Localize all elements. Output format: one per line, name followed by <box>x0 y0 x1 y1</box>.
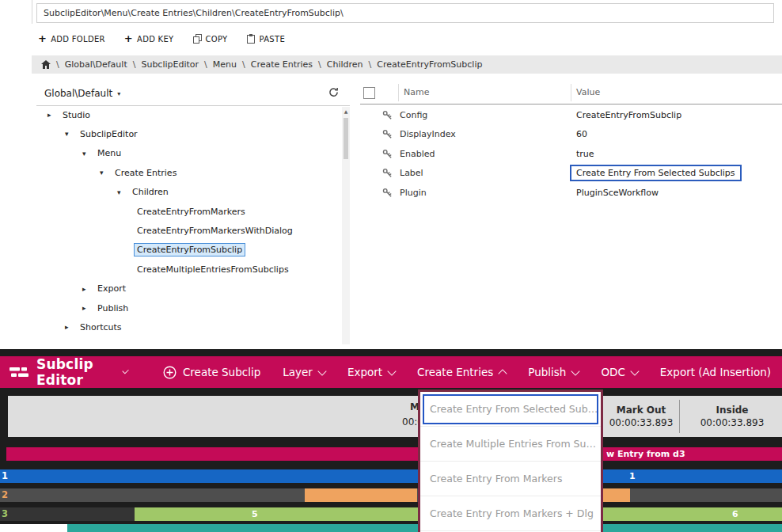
timeline-ruler[interactable]: w Entry from d3 <box>6 447 782 461</box>
menu-create-entries[interactable]: Create Entries <box>406 356 517 388</box>
app-menubar: Subclip Editor Create SubclipLayerExport… <box>0 356 782 388</box>
tree-item-label: CreateEntryFromMarkers <box>135 206 248 218</box>
tree-root-selector[interactable]: Global\Default <box>44 88 112 99</box>
breadcrumb-separator: \ <box>204 59 207 70</box>
tree-collapsed-icon[interactable]: ▸ <box>65 323 78 331</box>
row-name: Enabled <box>400 149 435 159</box>
tree-item-menu[interactable]: ▾Menu <box>36 146 123 162</box>
tree-scrollbar[interactable] <box>342 107 350 344</box>
table-row-enabled[interactable]: Enabledtrue <box>360 146 782 163</box>
timecode-divider <box>679 400 680 433</box>
segment-label: 6 <box>732 507 738 521</box>
column-header-value[interactable]: Value <box>576 87 600 97</box>
tree-item-createentryfromsubclip[interactable]: CreateEntryFromSubclip <box>36 242 245 258</box>
clip-segment[interactable] <box>603 488 630 502</box>
timeline-gap <box>0 524 67 532</box>
clip-segment[interactable] <box>305 488 417 502</box>
app-logo-icon[interactable] <box>9 366 28 378</box>
dropdown-item-create-multiple-entries-from-su[interactable]: Create Multiple Entries From Su… <box>420 427 601 462</box>
column-header-name[interactable]: Name <box>404 87 429 97</box>
clip-segment[interactable] <box>603 507 782 521</box>
timeline-track-2: 2 <box>0 488 782 502</box>
clip-segment[interactable] <box>0 469 782 483</box>
key-icon <box>382 149 393 159</box>
menu-label: Export <box>347 366 382 378</box>
button-label: ADD FOLDER <box>51 35 105 44</box>
key-icon <box>382 110 393 120</box>
table-row-plugin[interactable]: PluginPluginSceWorkflow <box>360 184 782 202</box>
timecode-mark-out: Mark Out00:00:33.893 <box>603 396 679 437</box>
breadcrumb-segment-global-default[interactable]: Global\Default <box>65 59 127 70</box>
row-value[interactable]: Create Entry From Selected Subclips <box>570 165 742 181</box>
menu-layer[interactable]: Layer <box>271 356 336 388</box>
tree-expanded-icon[interactable]: ▾ <box>100 169 112 177</box>
tree-item-studio[interactable]: ▸Studio <box>36 107 93 123</box>
table-row-config[interactable]: ConfigCreateEntryFromSubclip <box>360 107 782 124</box>
path-input[interactable] <box>36 3 774 23</box>
tree-item-children[interactable]: ▾Children <box>36 184 171 200</box>
menu-export[interactable]: Export <box>336 356 406 388</box>
breadcrumb-segment-children[interactable]: Children <box>327 59 363 70</box>
menu-label: Export (Ad Insertion) <box>660 366 771 378</box>
tree-item-label: Publish <box>95 302 131 314</box>
chevron-down-icon <box>317 367 326 375</box>
chevron-down-icon[interactable] <box>117 90 120 97</box>
key-icon <box>382 129 393 139</box>
tree-collapsed-icon[interactable]: ▸ <box>47 111 60 119</box>
paste-icon <box>247 34 256 44</box>
menu-export-ad-insertion[interactable]: Export (Ad Insertion) <box>649 356 782 388</box>
row-value[interactable]: true <box>576 149 594 159</box>
plus-icon: + <box>38 35 47 43</box>
menu-create-subclip[interactable]: Create Subclip <box>152 356 271 388</box>
add-folder-button[interactable]: +ADD FOLDER <box>38 35 105 44</box>
table-row-displayindex[interactable]: DisplayIndex60 <box>360 126 782 143</box>
dropdown-item-create-entry-from-markers-dlg[interactable]: Create Entry From Markers + Dlg <box>420 496 601 531</box>
tree-item-subclipeditor[interactable]: ▾SubclipEditor <box>36 126 140 142</box>
refresh-icon[interactable] <box>328 87 339 97</box>
tree-item-label: Create Entries <box>112 167 179 179</box>
breadcrumb-segment-createentryfromsubclip[interactable]: CreateEntryFromSubclip <box>377 59 482 70</box>
add-key-button[interactable]: +ADD KEY <box>124 35 174 44</box>
dropdown-item-create-entry-from-selected-sub[interactable]: Create Entry From Selected Sub… <box>420 392 601 427</box>
tree-item-shortcuts[interactable]: ▸Shortcuts <box>36 319 124 335</box>
menu-label: Layer <box>283 366 313 378</box>
menu-odc[interactable]: ODC <box>590 356 648 388</box>
column-divider <box>571 84 571 101</box>
home-icon[interactable] <box>41 60 51 69</box>
tree-item-createentryfrommarkers[interactable]: CreateEntryFromMarkers <box>36 203 248 219</box>
row-value[interactable]: CreateEntryFromSubclip <box>576 110 681 120</box>
editor-stage: M 00:0 Mark Out00:00:33.893Inside00:00:3… <box>0 388 782 532</box>
tree-item-label: CreateEntryFromMarkersWithDialog <box>135 225 295 237</box>
menu-publish[interactable]: Publish <box>517 356 590 388</box>
button-label: ADD KEY <box>137 35 174 44</box>
track-number: 3 <box>2 507 8 521</box>
tree-expanded-icon[interactable]: ▾ <box>82 150 95 158</box>
breadcrumb-segment-subclipeditor[interactable]: SubclipEditor <box>141 59 199 70</box>
breadcrumb-segment-create-entries[interactable]: Create Entries <box>251 59 313 70</box>
select-all-checkbox[interactable] <box>363 87 375 99</box>
row-value[interactable]: PluginSceWorkflow <box>576 188 659 198</box>
tree-item-createentryfrommarkerswithdialog[interactable]: CreateEntryFromMarkersWithDialog <box>36 222 295 238</box>
app-title[interactable]: Subclip Editor <box>36 356 117 388</box>
tree-expanded-icon[interactable]: ▾ <box>117 188 130 196</box>
clip-segment[interactable] <box>135 507 418 521</box>
tree-collapsed-icon[interactable]: ▸ <box>82 285 95 293</box>
tree-expanded-icon[interactable]: ▾ <box>65 130 78 138</box>
breadcrumb-segment-menu[interactable]: Menu <box>213 59 237 70</box>
properties-table: Name Value ConfigCreateEntryFromSubclipD… <box>360 82 782 344</box>
tree-item-createmultipleentriesfromsubclips[interactable]: CreateMultipleEntriesFromSubclips <box>36 261 291 277</box>
scrollbar-thumb[interactable] <box>344 118 348 159</box>
table-row-label[interactable]: LabelCreate Entry From Selected Subclips <box>360 165 782 182</box>
row-value[interactable]: 60 <box>576 129 587 139</box>
dropdown-item-create-entry-from-markers[interactable]: Create Entry From Markers <box>420 462 601 496</box>
copy-button[interactable]: COPY <box>193 34 228 44</box>
paste-button[interactable]: PASTE <box>247 34 286 44</box>
timecode-label: Inside <box>716 405 749 416</box>
tree-item-create-entries[interactable]: ▾Create Entries <box>36 165 179 180</box>
editor-toolbar: +ADD FOLDER+ADD KEYCOPYPASTE <box>38 32 285 46</box>
tree-item-publish[interactable]: ▸Publish <box>36 300 131 316</box>
tree-item-export[interactable]: ▸Export <box>36 281 128 297</box>
key-icon <box>382 168 393 178</box>
tree-collapsed-icon[interactable]: ▸ <box>82 304 95 312</box>
chevron-down-icon[interactable] <box>123 367 130 374</box>
